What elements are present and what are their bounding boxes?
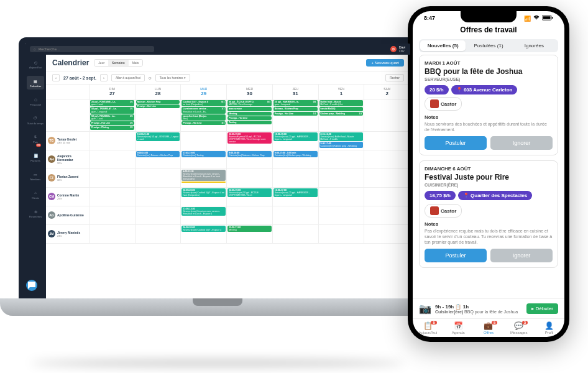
calendar-cell[interactable]: Buffet froid - MuséeMcCord - 5 molds (Un… [319,99,365,132]
calendar-event[interactable] [181,182,226,183]
calendar-cell[interactable] [364,99,410,132]
calendar-cell[interactable]: 10:00-17:00Serveur(euse) 25 ppl - HARRIS… [273,188,319,206]
prev-week-button[interactable]: ‹ [52,74,60,81]
calendar-cell[interactable]: 9:00-16:00Cuisinier(ère) Notman - Kitche… [227,150,273,169]
segment-1[interactable]: Postulées (1) [466,40,511,51]
calendar-cell[interactable]: 16:00-20:00Serveur(euse) Cocktail 5@7 - … [181,225,227,244]
person-row-header[interactable]: CMCorinne Martin29 h [46,188,90,206]
sidebar-item-paramètres[interactable]: ⚙Paramètres [27,206,44,220]
search-button[interactable]: Recher [385,74,404,81]
calendar-cell[interactable] [273,225,319,244]
calendar-cell[interactable] [364,150,410,169]
calendar-event[interactable]: 11:00-13:30Serveur(euse) Livraison avec … [181,207,226,216]
calendar-cell[interactable]: 8:15-16:30Serveur(euse) Buffet froid - M… [319,132,365,150]
location-pill[interactable]: 📍 603 Avenue Carleton [451,85,518,94]
calendar-event[interactable]: Cocktail 5@7 - Espace 4 0/1en haut (Desj… [181,100,226,106]
person-row-header[interactable]: FZFlorian Zanoni32 h [46,169,90,188]
calendar-cell[interactable] [227,206,273,225]
next-week-button[interactable]: › [100,74,108,81]
calendar-event[interactable]: 15:00-21:30Serveur(euse) 50 ppl - ROUSSE… [136,132,180,142]
calendar-cell[interactable] [90,225,136,244]
refresh-icon[interactable]: ⟳ [149,76,152,80]
calendar-event[interactable]: Kitchen prep - Wedding 1/1 [319,112,364,116]
sidebar-item-personnel[interactable]: ⚇Personnel [27,94,44,108]
calendar-cell[interactable] [90,150,136,169]
tab-offres[interactable]: 💼Offres5 [474,321,504,334]
segment-2[interactable]: Ignorées [512,40,557,51]
calendar-event[interactable]: 50 ppl - ÉCOLE D'OPTO- 0/1MÉTRIE- Vin et… [227,100,272,106]
calendar-event[interactable]: Meeting [227,112,272,116]
sidebar-item-factures[interactable]: 🧾Factures20 [27,150,44,164]
calendar-event[interactable]: 9:00-17:00Cuisinier(ère) Kitchen prep - … [319,142,364,148]
user-menu[interactable]: D Davi Oliv [390,45,405,53]
calendar-cell[interactable] [136,225,181,244]
person-row-header[interactable]: AHAlejandra Hernandez32 h [46,150,90,169]
calendar-event[interactable]: Provigo - Hot Line [136,104,180,108]
calendar-cell[interactable] [319,206,365,225]
client-pill[interactable]: Castor [425,97,462,111]
segment-0[interactable]: Nouvelles (5) [420,40,466,51]
ignore-button[interactable]: Ignorer [490,249,553,262]
calendar-event[interactable]: 13:30-17:00Meeting [227,226,272,232]
tab-mois[interactable]: Mois [129,60,143,66]
calendar-cell[interactable] [181,132,227,150]
calendar-cell[interactable]: 50 ppl - ÉCOLE D'OPTO- 0/1MÉTRIE- Vin et… [227,99,273,132]
chat-button[interactable] [26,280,37,291]
calendar-cell[interactable] [90,132,136,150]
calendar-cell[interactable]: Cocktail 5@7 - Espace 4 0/1en haut (Desj… [181,99,227,132]
location-pill[interactable]: 📍 Quartier des Spectacles [458,191,532,200]
calendar-cell[interactable] [273,169,319,188]
calendar-event[interactable]: 10:00-17:00Serveur(euse) 25 ppl - HARRIS… [273,188,318,198]
tab-semaine[interactable]: Semaine [108,60,129,66]
calendar-cell[interactable] [90,188,136,206]
schedules-dropdown[interactable]: Tous les horaires ▾ [155,74,190,81]
calendar-cell[interactable] [319,225,365,244]
calendar-cell[interactable]: 13:30-17:00Meeting [227,225,273,244]
calendar-event[interactable]: 9:00-16:00Cuisinier(ère) Notman - Kitche… [136,151,180,157]
calendar-cell[interactable] [227,169,273,188]
calendar-cell[interactable]: Notman - Kitchen PrepProvigo - Hot Line [136,99,181,132]
calendar-event[interactable]: Buffet froid - MuséeMcCord - 5 molds (Un… [319,100,364,106]
calendar-cell[interactable] [90,169,136,188]
calendar-cell[interactable] [136,188,181,206]
calendar-event[interactable]: 8:15-16:30Serveur(euse) Buffet froid - M… [319,132,364,142]
calendar-event[interactable]: pace 4 en haut (Desjar-dins) [181,114,226,121]
calendar-event[interactable]: Provigo - Hot Line 1/1 [273,112,318,116]
calendar-cell[interactable] [319,188,365,206]
calendar-event[interactable]: 13:30-19:00Barman/Barmaid 50 ppl - ÉCOLE… [227,132,272,144]
calendar-event[interactable]: Provigo - Hot Line 1/1 [181,121,226,125]
tab-profil[interactable]: 👤Profil [534,321,564,334]
calendar-cell[interactable]: 17:45-19:00Cuisinier(ère) Tasting [181,150,227,169]
calendar-cell[interactable] [136,206,181,225]
sidebar-item-aujourd'hui[interactable]: ◷Aujourd'hui [27,57,44,71]
calendar-event[interactable]: 4:00-13:30Serveur(euse) Livraison avec s… [181,170,226,182]
client-pill[interactable]: Castor [425,204,462,218]
calendar-cell[interactable] [90,206,136,225]
start-button[interactable]: ▸ Débuter [526,303,558,314]
person-row-header[interactable]: JMJimmy Maniatis23 h [46,225,90,244]
sidebar-item-clients[interactable]: ⌂Clients [27,188,44,201]
calendar-event[interactable]: 50 ppl - TREMBLAY - Le- 1/1gare - Longue… [90,107,134,113]
calendar-cell[interactable] [364,169,410,188]
apply-button[interactable]: Postuler [425,249,487,262]
tab-messages[interactable]: 💬Messages3 [503,321,534,334]
calendar-cell[interactable]: 10:00-19:00Serveur(euse) 25 ppl - HARRIS… [273,132,319,150]
calendar-cell[interactable] [364,225,410,244]
calendar-event[interactable]: 9:00-16:00Cuisinier(ère) Notman - Kitche… [227,151,272,157]
tab-agenda[interactable]: 📅Agenda [443,321,474,334]
today-button[interactable]: Aller à aujourd'hui [111,74,145,81]
ignore-button[interactable]: Ignorer [490,136,553,150]
calendar-event[interactable]: Provigo - Hot Line 1/1 [90,121,134,125]
calendar-cell[interactable] [273,206,319,225]
sidebar-item-suivi du temps[interactable]: ⏱Suivi du temps [27,113,44,127]
calendar-cell[interactable] [319,169,365,188]
new-shift-button[interactable]: + Nouveau quart [366,59,404,67]
calendar-cell[interactable]: 9:00-16:00Cuisinier(ère) Notman - Kitche… [136,150,181,169]
calendar-event[interactable]: Notman - Kitchen Prep [273,107,318,111]
current-shift-card[interactable]: 📷 9h - 19h 📋 1h Cuisinier(ère) BBQ pour … [413,298,564,318]
calendar-event[interactable]: Notman - Kitchen Prep [136,100,180,104]
sidebar-item-paie[interactable]: $Paie [27,132,44,145]
calendar-cell[interactable] [364,132,410,150]
calendar-cell[interactable]: 13:30-19:00Barman/Barmaid 50 ppl - ÉCOLE… [227,132,273,150]
calendar-event[interactable]: Provigo - Plating 1/1 [90,126,134,129]
